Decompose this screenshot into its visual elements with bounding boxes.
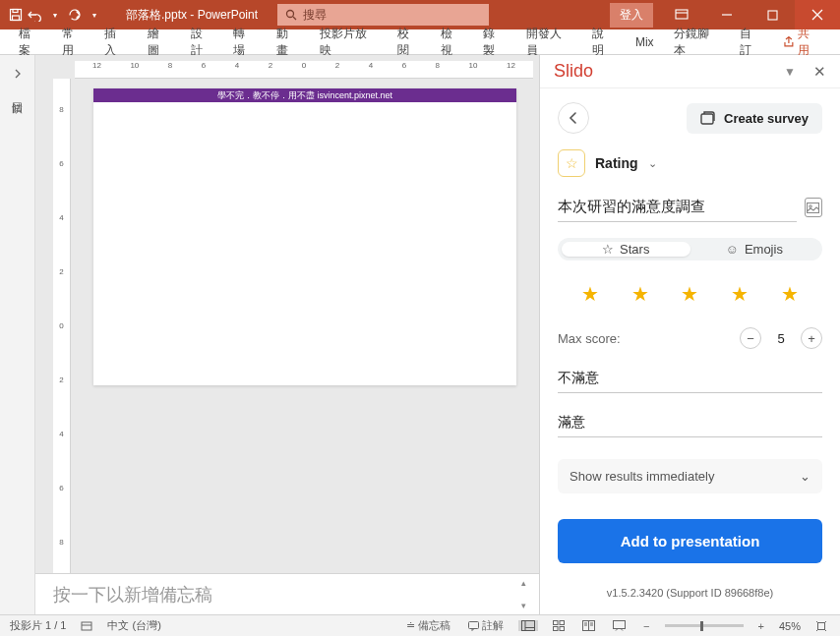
zoom-in-icon[interactable]: + <box>755 620 767 632</box>
svg-rect-11 <box>701 114 713 124</box>
editor-area: 12108642024681012 864202468 學不完．教不停．用不盡 … <box>35 55 539 614</box>
notes-placeholder: 按一下以新增備忘稿 <box>53 583 212 607</box>
svg-point-3 <box>287 11 294 18</box>
svg-rect-2 <box>13 16 20 21</box>
slide-banner: 學不完．教不停．用不盡 isvincent.pixnet.net <box>93 88 516 102</box>
language-indicator[interactable]: 中文 (台灣) <box>107 618 160 633</box>
rating-style-toggle: ☆ Stars ☺ Emojis <box>558 238 822 260</box>
slide-canvas[interactable]: 學不完．教不停．用不盡 isvincent.pixnet.net <box>71 79 539 573</box>
poll-type-label: Rating <box>595 155 638 171</box>
notes-scrollbar[interactable]: ▴ ▾ <box>521 578 535 610</box>
slido-header: Slido ▼ ✕ <box>540 55 840 88</box>
svg-point-13 <box>810 204 811 206</box>
stars-preview: ★ ★ ★ ★ ★ <box>558 276 822 312</box>
left-nav: 回饋 <box>0 55 35 614</box>
svg-rect-8 <box>768 11 777 20</box>
zoom-level[interactable]: 45% <box>779 620 801 632</box>
fit-window-icon[interactable] <box>812 620 830 632</box>
svg-rect-17 <box>522 621 535 631</box>
decrement-button[interactable]: − <box>740 327 761 349</box>
zoom-slider[interactable] <box>665 624 744 627</box>
svg-rect-21 <box>560 621 565 625</box>
svg-rect-5 <box>676 10 688 19</box>
svg-rect-33 <box>818 622 825 629</box>
max-score-row: Max score: − 5 + <box>558 327 822 349</box>
ruler-horizontal: 12108642024681012 <box>75 61 533 79</box>
star-icon: ★ <box>631 282 649 306</box>
scroll-down-icon[interactable]: ▾ <box>521 601 535 610</box>
max-score-value: 5 <box>775 331 787 346</box>
svg-rect-23 <box>560 627 565 631</box>
scroll-up-icon[interactable]: ▴ <box>521 578 535 588</box>
star-icon: ☆ <box>602 242 614 257</box>
expand-thumbnails-icon[interactable] <box>13 69 23 79</box>
poll-type-selector[interactable]: ☆ Rating ⌄ <box>558 149 822 177</box>
svg-rect-20 <box>554 621 559 625</box>
chevron-down-icon: ⌄ <box>648 157 657 170</box>
comments-toggle[interactable]: 註解 <box>465 618 507 633</box>
svg-rect-16 <box>469 621 479 628</box>
slido-pane: Slido ▼ ✕ Create survey ☆ Rating ⌄ <box>539 55 840 614</box>
star-icon: ★ <box>681 282 698 306</box>
back-button[interactable] <box>558 102 589 134</box>
svg-line-4 <box>293 17 296 20</box>
create-survey-button[interactable]: Create survey <box>687 103 822 134</box>
slido-brand: Slido <box>554 61 593 82</box>
slide[interactable]: 學不完．教不停．用不盡 isvincent.pixnet.net <box>93 88 516 385</box>
slide-counter[interactable]: 投影片 1 / 1 <box>10 618 66 633</box>
reading-view-icon[interactable] <box>579 620 598 631</box>
accessibility-icon[interactable] <box>78 620 95 632</box>
notes-toggle[interactable]: ≐備忘稿 <box>403 618 453 633</box>
toggle-emojis[interactable]: ☺ Emojis <box>690 242 819 257</box>
slido-version: v1.5.2.3420 (Support ID 89668f8e) <box>558 579 822 607</box>
ruler-vertical: 864202468 <box>53 79 71 573</box>
slido-body: Create survey ☆ Rating ⌄ ☆ Stars <box>540 88 840 614</box>
statusbar: 投影片 1 / 1 中文 (台灣) ≐備忘稿 註解 − + 45% <box>0 614 840 636</box>
svg-rect-30 <box>614 621 626 629</box>
image-icon[interactable] <box>805 198 822 217</box>
high-label-input[interactable] <box>558 409 822 437</box>
normal-view-icon[interactable] <box>518 620 538 631</box>
max-score-label: Max score: <box>558 331 726 346</box>
workspace: 回饋 12108642024681012 864202468 學不完．教不停．用… <box>0 55 840 614</box>
sorter-view-icon[interactable] <box>550 620 568 631</box>
slide-area: 864202468 學不完．教不停．用不盡 isvincent.pixnet.n… <box>35 79 539 573</box>
emoji-icon: ☺ <box>726 242 739 257</box>
rating-type-icon: ☆ <box>558 149 585 177</box>
tab-mix[interactable]: Mix <box>627 31 663 53</box>
star-icon: ★ <box>731 282 749 306</box>
results-display-dropdown[interactable]: Show results immediately ⌄ <box>558 459 822 493</box>
poll-title-row <box>558 193 822 222</box>
low-label-input[interactable] <box>558 365 822 393</box>
chevron-down-icon: ⌄ <box>800 469 810 484</box>
notes-pane[interactable]: 按一下以新增備忘稿 ▴ ▾ <box>35 573 539 614</box>
slideshow-view-icon[interactable] <box>610 620 629 631</box>
svg-rect-22 <box>554 627 559 631</box>
ribbon-tabs: 檔案 常用 插入 繪圖 設計 轉場 動畫 投影片放映 校閱 檢視 錄製 開發人員… <box>0 29 840 55</box>
zoom-out-icon[interactable]: − <box>640 620 652 632</box>
svg-rect-1 <box>13 10 18 13</box>
search-icon <box>285 9 297 21</box>
star-icon: ★ <box>581 282 599 306</box>
svg-rect-14 <box>82 622 91 630</box>
increment-button[interactable]: + <box>801 327 822 349</box>
pane-close-icon[interactable]: ✕ <box>813 63 826 81</box>
poll-title-input[interactable] <box>558 193 797 222</box>
pane-options-icon[interactable]: ▼ <box>784 65 796 79</box>
add-to-presentation-button[interactable]: Add to presentation <box>558 519 822 563</box>
toggle-stars[interactable]: ☆ Stars <box>562 242 690 257</box>
star-icon: ★ <box>781 282 799 306</box>
slido-top-row: Create survey <box>558 102 822 134</box>
